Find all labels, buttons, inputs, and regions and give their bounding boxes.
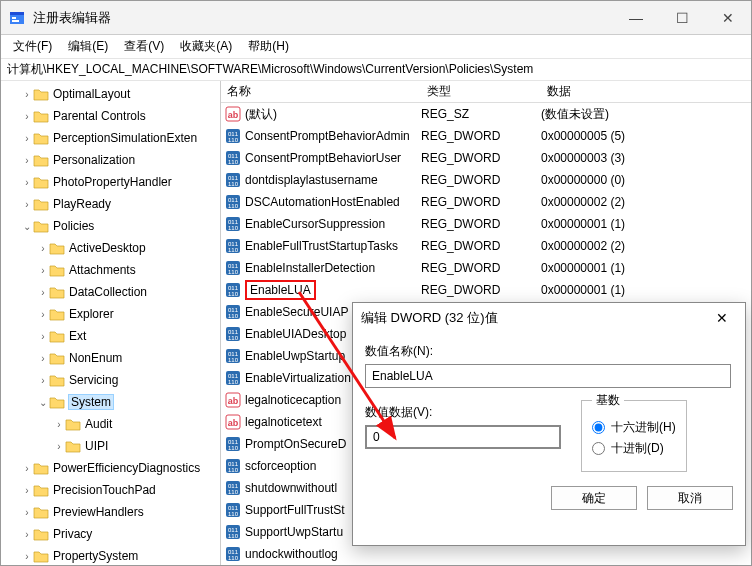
tree-node-photopropertyhandler[interactable]: ›PhotoPropertyHandler xyxy=(1,171,220,193)
chevron-icon[interactable]: › xyxy=(21,177,33,188)
value-data: 0x00000001 (1) xyxy=(541,283,751,297)
chevron-icon[interactable]: › xyxy=(21,485,33,496)
value-data-input[interactable] xyxy=(365,425,561,449)
chevron-icon[interactable]: ⌄ xyxy=(37,397,49,408)
tree-node-previewhandlers[interactable]: ›PreviewHandlers xyxy=(1,501,220,523)
menu-file[interactable]: 文件(F) xyxy=(5,36,60,57)
folder-icon xyxy=(33,461,49,475)
tree-node-servicing[interactable]: ›Servicing xyxy=(1,369,220,391)
tree-node-ext[interactable]: ›Ext xyxy=(1,325,220,347)
radio-hex[interactable]: 十六进制(H) xyxy=(592,419,676,436)
value-row[interactable]: EnableFullTrustStartupTasksREG_DWORD0x00… xyxy=(221,235,751,257)
value-icon xyxy=(225,326,241,342)
value-name: ConsentPromptBehaviorUser xyxy=(245,151,401,165)
tree-node-optimallayout[interactable]: ›OptimalLayout xyxy=(1,83,220,105)
chevron-icon[interactable]: › xyxy=(37,287,49,298)
tree-node-policies[interactable]: ⌄Policies xyxy=(1,215,220,237)
chevron-icon[interactable]: › xyxy=(21,111,33,122)
chevron-icon[interactable]: › xyxy=(37,243,49,254)
chevron-icon[interactable]: › xyxy=(21,463,33,474)
tree-node-propertysystem[interactable]: ›PropertySystem xyxy=(1,545,220,565)
col-data[interactable]: 数据 xyxy=(541,83,751,100)
folder-icon xyxy=(49,373,65,387)
value-icon xyxy=(225,282,241,298)
value-icon xyxy=(225,150,241,166)
chevron-icon[interactable]: › xyxy=(53,419,65,430)
tree-node-powerefficiencydiagnostics[interactable]: ›PowerEfficiencyDiagnostics xyxy=(1,457,220,479)
tree-node-nonenum[interactable]: ›NonEnum xyxy=(1,347,220,369)
value-row[interactable]: DSCAutomationHostEnabledREG_DWORD0x00000… xyxy=(221,191,751,213)
tree-node-parental-controls[interactable]: ›Parental Controls xyxy=(1,105,220,127)
value-icon xyxy=(225,106,241,122)
chevron-icon[interactable]: › xyxy=(21,551,33,562)
tree-node-playready[interactable]: ›PlayReady xyxy=(1,193,220,215)
menu-favorites[interactable]: 收藏夹(A) xyxy=(172,36,240,57)
address-bar[interactable]: 计算机\HKEY_LOCAL_MACHINE\SOFTWARE\Microsof… xyxy=(1,59,751,81)
tree-node-perceptionsimulationexten[interactable]: ›PerceptionSimulationExten xyxy=(1,127,220,149)
tree-node-personalization[interactable]: ›Personalization xyxy=(1,149,220,171)
tree-node-audit[interactable]: ›Audit xyxy=(1,413,220,435)
value-icon xyxy=(225,414,241,430)
chevron-icon[interactable]: › xyxy=(21,507,33,518)
close-button[interactable]: ✕ xyxy=(705,1,751,35)
chevron-icon[interactable]: › xyxy=(37,265,49,276)
tree-label: System xyxy=(69,395,113,409)
chevron-icon[interactable]: › xyxy=(37,375,49,386)
chevron-icon[interactable]: › xyxy=(37,353,49,364)
value-data: 0x00000001 (1) xyxy=(541,261,751,275)
value-row[interactable]: ConsentPromptBehaviorAdminREG_DWORD0x000… xyxy=(221,125,751,147)
col-name[interactable]: 名称 xyxy=(221,83,421,100)
value-row[interactable]: EnableInstallerDetectionREG_DWORD0x00000… xyxy=(221,257,751,279)
tree-node-activedesktop[interactable]: ›ActiveDesktop xyxy=(1,237,220,259)
dialog-close-icon[interactable]: ✕ xyxy=(707,310,737,326)
chevron-icon[interactable]: › xyxy=(53,441,65,452)
cancel-button[interactable]: 取消 xyxy=(647,486,733,510)
ok-button[interactable]: 确定 xyxy=(551,486,637,510)
chevron-icon[interactable]: › xyxy=(21,133,33,144)
value-row[interactable]: dontdisplaylastusernameREG_DWORD0x000000… xyxy=(221,169,751,191)
tree-node-attachments[interactable]: ›Attachments xyxy=(1,259,220,281)
maximize-button[interactable]: ☐ xyxy=(659,1,705,35)
value-name-input[interactable] xyxy=(365,364,731,388)
tree-node-precisiontouchpad[interactable]: ›PrecisionTouchPad xyxy=(1,479,220,501)
folder-icon xyxy=(33,197,49,211)
tree-panel[interactable]: ›OptimalLayout›Parental Controls›Percept… xyxy=(1,81,221,565)
value-name-label: 数值名称(N): xyxy=(365,343,733,360)
value-row[interactable]: EnableCursorSuppressionREG_DWORD0x000000… xyxy=(221,213,751,235)
value-data: 0x00000005 (5) xyxy=(541,129,751,143)
menu-edit[interactable]: 编辑(E) xyxy=(60,36,116,57)
radio-dec[interactable]: 十进制(D) xyxy=(592,440,676,457)
folder-icon xyxy=(49,329,65,343)
folder-icon xyxy=(33,175,49,189)
tree-node-privacy[interactable]: ›Privacy xyxy=(1,523,220,545)
value-icon xyxy=(225,392,241,408)
value-row[interactable]: (默认)REG_SZ(数值未设置) xyxy=(221,103,751,125)
chevron-icon[interactable]: ⌄ xyxy=(21,221,33,232)
value-icon xyxy=(225,194,241,210)
value-data: (数值未设置) xyxy=(541,106,751,123)
chevron-icon[interactable]: › xyxy=(37,331,49,342)
column-headers[interactable]: 名称 类型 数据 xyxy=(221,81,751,103)
folder-icon xyxy=(49,285,65,299)
folder-icon xyxy=(33,505,49,519)
value-row[interactable]: undockwithoutlog xyxy=(221,543,751,565)
menu-view[interactable]: 查看(V) xyxy=(116,36,172,57)
value-row[interactable]: ConsentPromptBehaviorUserREG_DWORD0x0000… xyxy=(221,147,751,169)
tree-node-uipi[interactable]: ›UIPI xyxy=(1,435,220,457)
value-type: REG_DWORD xyxy=(421,129,541,143)
chevron-icon[interactable]: › xyxy=(21,529,33,540)
value-row[interactable]: EnableLUAREG_DWORD0x00000001 (1) xyxy=(221,279,751,301)
value-name: PromptOnSecureD xyxy=(245,437,346,451)
tree-label: OptimalLayout xyxy=(53,87,130,101)
minimize-button[interactable]: — xyxy=(613,1,659,35)
menu-help[interactable]: 帮助(H) xyxy=(240,36,297,57)
tree-node-explorer[interactable]: ›Explorer xyxy=(1,303,220,325)
col-type[interactable]: 类型 xyxy=(421,83,541,100)
tree-node-system[interactable]: ⌄System xyxy=(1,391,220,413)
chevron-icon[interactable]: › xyxy=(21,199,33,210)
chevron-icon[interactable]: › xyxy=(37,309,49,320)
value-icon xyxy=(225,370,241,386)
chevron-icon[interactable]: › xyxy=(21,155,33,166)
tree-node-datacollection[interactable]: ›DataCollection xyxy=(1,281,220,303)
chevron-icon[interactable]: › xyxy=(21,89,33,100)
